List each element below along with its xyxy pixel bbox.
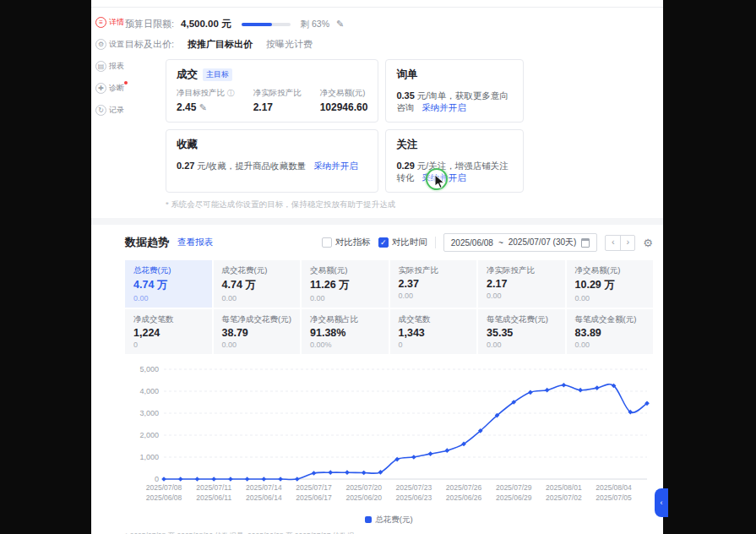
- tile-sub-value: 0: [133, 341, 204, 349]
- vertical-divider: [435, 237, 436, 248]
- tile-value: 1,343: [399, 327, 469, 339]
- section-divider: [91, 218, 663, 225]
- edit-roi-pencil-icon[interactable]: ✎: [199, 102, 207, 112]
- goal-card-favorite: 收藏 0.27 元/收藏，提升商品收藏数量 采纳并开启: [166, 129, 378, 193]
- metric-tile-10[interactable]: 每笔成交花费(元)35.350.00: [478, 309, 565, 354]
- tile-label: 净实际投产比: [487, 265, 557, 276]
- view-report-link[interactable]: 查看报表: [177, 237, 213, 248]
- sidebar-item-1[interactable]: ⚙设置: [95, 39, 124, 50]
- tile-value: 35.35: [487, 327, 557, 339]
- svg-text:2,000: 2,000: [139, 431, 159, 439]
- date-range-picker[interactable]: 2025/06/08 ~ 2025/07/07 (30天): [443, 233, 598, 252]
- tile-value: 4.74 万: [133, 278, 204, 292]
- budget-remaining: 剩 63%: [301, 19, 329, 30]
- anchor-nav: ≡详情⚙设置▤报表✚诊断↻记录: [95, 17, 124, 116]
- checkbox-checked-icon: ✓: [378, 237, 389, 248]
- sidebar-item-label: 详情: [109, 17, 124, 28]
- sidebar-item-2[interactable]: ▤报表: [95, 61, 124, 72]
- trend-chart: 01,0002,0003,0004,0005,0002025/07/082025…: [125, 362, 653, 515]
- date-start: 2025/06/08: [451, 238, 493, 248]
- prev-period-button[interactable]: ‹: [606, 236, 620, 250]
- tile-value: 2.17: [487, 278, 557, 290]
- compare-time-checkbox[interactable]: ✓ 对比时间: [378, 237, 427, 248]
- plan-detail-panel: ≡详情⚙设置▤报表✚诊断↻记录 预算日限额: 4,500.00 元 剩 63% …: [91, 0, 663, 534]
- goal-bid-row: 目标及出价: 按推广目标出价 按曝光计费: [125, 38, 653, 51]
- adopt-enable-link[interactable]: 采纳并开启: [422, 102, 466, 112]
- tile-value: 1,224: [133, 327, 204, 339]
- date-separator: ~: [498, 238, 503, 248]
- metric-tile-7[interactable]: 每笔净成交花费(元)38.790.00: [214, 309, 301, 354]
- side-float-button[interactable]: ‹: [655, 488, 668, 517]
- tile-label: 成交笔数: [399, 314, 469, 325]
- metric-value: 2.17: [253, 101, 273, 113]
- sidebar-item-label: 设置: [109, 39, 124, 50]
- footnote: * 2025/07/08 至 2025/08/06 的数据是: 2025/06/…: [125, 531, 653, 534]
- info-icon[interactable]: ⓘ: [227, 89, 235, 97]
- date-end: 2025/07/07 (30天): [509, 237, 577, 248]
- tile-sub-value: 0.00: [487, 341, 557, 349]
- tile-label: 净交易额(元): [575, 265, 645, 276]
- svg-text:1,000: 1,000: [139, 453, 159, 461]
- sidebar-item-0[interactable]: ≡详情: [95, 17, 124, 28]
- svg-text:5,000: 5,000: [139, 365, 159, 373]
- trend-title: 数据趋势: [125, 235, 169, 250]
- tile-sub-value: 0.00: [575, 294, 645, 302]
- compare-metric-checkbox[interactable]: 对比指标: [322, 237, 371, 248]
- primary-goal-badge: 主目标: [203, 68, 232, 81]
- sidebar-item-3[interactable]: ✚诊断: [95, 83, 124, 94]
- svg-text:2025/06/08: 2025/06/08: [146, 493, 182, 502]
- tile-label: 净成交笔数: [133, 314, 204, 325]
- tile-label: 交易额(元): [310, 265, 380, 276]
- svg-text:2025/07/11: 2025/07/11: [196, 483, 231, 492]
- metric-tile-0[interactable]: 总花费(元)4.74 万0.00: [125, 260, 212, 308]
- svg-text:2025/07/29: 2025/07/29: [496, 483, 532, 492]
- tile-sub-value: 0.00: [487, 292, 557, 300]
- budget-slider[interactable]: [242, 23, 291, 26]
- svg-text:2025/07/20: 2025/07/20: [345, 483, 382, 492]
- main-content: 预算日限额: 4,500.00 元 剩 63% ✎ 目标及出价: 按推广目标出价…: [125, 8, 653, 534]
- metric-tile-1[interactable]: 成交花费(元)4.74 万0.00: [214, 260, 301, 308]
- sidebar-item-4[interactable]: ↻记录: [95, 105, 124, 116]
- svg-text:2025/06/14: 2025/06/14: [246, 493, 282, 502]
- budget-slider-fill: [242, 23, 273, 26]
- metric-tile-11[interactable]: 每笔成交金额(元)83.890.00: [567, 309, 654, 354]
- card-title: 成交: [177, 68, 198, 82]
- metric-label: 净交易额(元): [320, 88, 366, 97]
- next-period-button[interactable]: ›: [620, 236, 634, 250]
- metric-tile-4[interactable]: 净实际投产比2.170.00: [478, 260, 565, 308]
- tile-label: 总花费(元): [133, 265, 204, 276]
- settings-gear-icon[interactable]: ⚙: [643, 237, 653, 249]
- tile-label: 实际投产比: [399, 265, 469, 276]
- tile-label: 每笔净成交花费(元): [222, 314, 292, 325]
- metric-tile-6[interactable]: 净成交笔数1,2240: [125, 309, 212, 354]
- tile-label: 每笔成交金额(元): [575, 314, 645, 325]
- svg-text:2025/06/29: 2025/06/29: [496, 493, 532, 502]
- tile-sub-value: 0.00: [133, 294, 204, 302]
- adopt-enable-link[interactable]: 采纳并开启: [313, 161, 358, 171]
- metric-tile-8[interactable]: 净交易额占比91.38%0.00%: [302, 309, 389, 354]
- tile-sub-value: 0.00: [310, 294, 380, 302]
- sidebar-item-label: 记录: [109, 105, 124, 116]
- tile-value: 83.89: [575, 327, 645, 339]
- metric-value: 102946.60: [320, 101, 368, 113]
- legend-label: 总花费(元): [375, 515, 412, 524]
- svg-text:2025/06/11: 2025/06/11: [196, 493, 231, 502]
- tab-bid-by-impression[interactable]: 按曝光计费: [266, 38, 313, 51]
- checkbox-unchecked-icon: [322, 237, 332, 248]
- metric-tile-5[interactable]: 净交易额(元)10.29 万0.00: [567, 260, 654, 308]
- edit-budget-pencil-icon[interactable]: ✎: [336, 19, 344, 30]
- legend-swatch: [365, 516, 372, 523]
- metric-tile-3[interactable]: 实际投产比2.370.00: [390, 260, 477, 308]
- metric-label: 净目标投产比: [177, 88, 225, 97]
- line-chart: 01,0002,0003,0004,0005,0002025/07/082025…: [125, 362, 655, 511]
- metric-tile-9[interactable]: 成交笔数1,3430: [390, 309, 477, 354]
- metric-tile-2[interactable]: 交易额(元)11.26 万0.00: [302, 260, 389, 308]
- metric-block: 净目标投产比 ⓘ 2.45 ✎: [177, 88, 235, 113]
- gear-icon: ⚙: [95, 39, 106, 50]
- tile-value: 38.79: [222, 327, 292, 339]
- trend-controls: 对比指标 ✓ 对比时间 2025/06/08 ~ 2025/07/07 (30天…: [322, 233, 653, 252]
- svg-text:2025/06/23: 2025/06/23: [396, 493, 432, 502]
- suggest-desc: 元/收藏，提升商品收藏数量: [197, 161, 306, 171]
- tile-value: 11.26 万: [310, 278, 380, 292]
- tab-bid-by-goal[interactable]: 按推广目标出价: [188, 38, 253, 51]
